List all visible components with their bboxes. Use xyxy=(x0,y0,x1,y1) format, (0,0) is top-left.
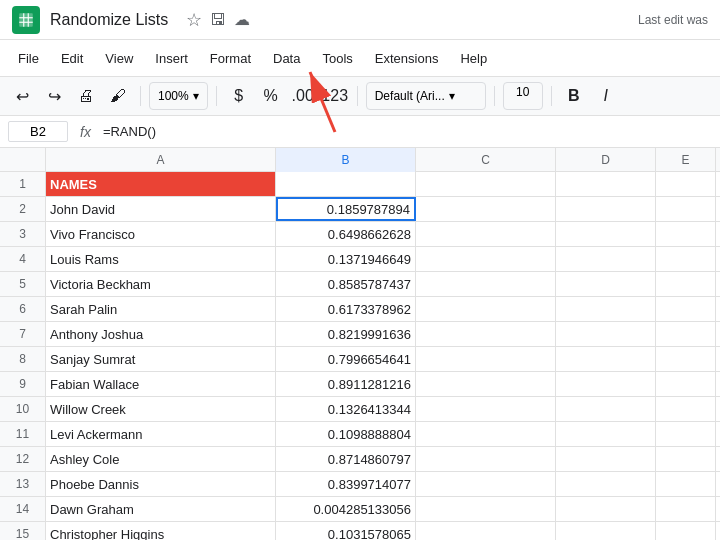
cell-d[interactable] xyxy=(556,322,656,346)
cell-e[interactable] xyxy=(656,272,716,296)
paint-format-button[interactable]: 🖌 xyxy=(104,82,132,110)
table-row[interactable]: 7Anthony Joshua0.8219991636 xyxy=(0,322,720,347)
table-row[interactable]: 3Vivo Francisco0.6498662628 xyxy=(0,222,720,247)
cell-a[interactable]: Louis Rams xyxy=(46,247,276,271)
print-button[interactable]: 🖨 xyxy=(72,82,100,110)
cell-c[interactable] xyxy=(416,322,556,346)
table-row[interactable]: 5Victoria Beckham0.8585787437 xyxy=(0,272,720,297)
cell-a[interactable]: Willow Creek xyxy=(46,397,276,421)
cell-d[interactable] xyxy=(556,272,656,296)
cell-e[interactable] xyxy=(656,222,716,246)
cell-d[interactable] xyxy=(556,172,656,196)
cell-e[interactable] xyxy=(656,347,716,371)
cell-a[interactable]: Victoria Beckham xyxy=(46,272,276,296)
menu-view[interactable]: View xyxy=(95,47,143,70)
cell-a[interactable]: Phoebe Dannis xyxy=(46,472,276,496)
cell-d[interactable] xyxy=(556,397,656,421)
cell-e[interactable] xyxy=(656,447,716,471)
cell-b[interactable]: 0.8219991636 xyxy=(276,322,416,346)
formula-input[interactable] xyxy=(103,124,712,139)
italic-button[interactable]: I xyxy=(592,82,620,110)
cell-a[interactable]: Levi Ackermann xyxy=(46,422,276,446)
table-row[interactable]: 12Ashley Cole0.8714860797 xyxy=(0,447,720,472)
font-size-input[interactable]: 10 xyxy=(503,82,543,110)
cell-d[interactable] xyxy=(556,422,656,446)
cell-b[interactable]: 0.8911281216 xyxy=(276,372,416,396)
cell-d[interactable] xyxy=(556,472,656,496)
menu-format[interactable]: Format xyxy=(200,47,261,70)
cell-a[interactable]: Sarah Palin xyxy=(46,297,276,321)
cell-c[interactable] xyxy=(416,522,556,540)
cell-b[interactable]: 0.1859787894 xyxy=(276,197,416,221)
cell-c[interactable] xyxy=(416,197,556,221)
table-row[interactable]: 2John David0.1859787894 xyxy=(0,197,720,222)
cell-reference[interactable]: B2 xyxy=(8,121,68,142)
cell-c[interactable] xyxy=(416,497,556,521)
cell-c[interactable] xyxy=(416,222,556,246)
cell-b[interactable]: 0.8714860797 xyxy=(276,447,416,471)
cell-c[interactable] xyxy=(416,247,556,271)
cell-a[interactable]: Vivo Francisco xyxy=(46,222,276,246)
cell-b[interactable]: 0.6173378962 xyxy=(276,297,416,321)
cell-a[interactable]: Christopher Higgins xyxy=(46,522,276,540)
cell-d[interactable] xyxy=(556,347,656,371)
table-row[interactable]: 11Levi Ackermann0.1098888804 xyxy=(0,422,720,447)
table-row[interactable]: 14Dawn Graham0.004285133056 xyxy=(0,497,720,522)
table-row[interactable]: 9Fabian Wallace0.8911281216 xyxy=(0,372,720,397)
cell-a[interactable]: Anthony Joshua xyxy=(46,322,276,346)
cell-e[interactable] xyxy=(656,397,716,421)
cell-e[interactable] xyxy=(656,472,716,496)
cell-b[interactable]: 0.1326413344 xyxy=(276,397,416,421)
cell-d[interactable] xyxy=(556,447,656,471)
cell-a[interactable]: Dawn Graham xyxy=(46,497,276,521)
star-icon[interactable]: ☆ xyxy=(186,9,202,31)
table-row[interactable]: 13Phoebe Dannis0.8399714077 xyxy=(0,472,720,497)
cell-e[interactable] xyxy=(656,247,716,271)
cell-a[interactable]: Sanjay Sumrat xyxy=(46,347,276,371)
menu-file[interactable]: File xyxy=(8,47,49,70)
cell-d[interactable] xyxy=(556,197,656,221)
cell-b[interactable]: 0.1031578065 xyxy=(276,522,416,540)
cell-e[interactable] xyxy=(656,422,716,446)
cloud-icon[interactable]: ☁ xyxy=(234,10,250,29)
cell-b[interactable] xyxy=(276,172,416,196)
cell-e[interactable] xyxy=(656,297,716,321)
cell-c[interactable] xyxy=(416,447,556,471)
percent-button[interactable]: % xyxy=(257,82,285,110)
cell-e[interactable] xyxy=(656,372,716,396)
cell-b[interactable]: 0.8399714077 xyxy=(276,472,416,496)
zoom-selector[interactable]: 100% ▾ xyxy=(149,82,208,110)
cell-c[interactable] xyxy=(416,397,556,421)
menu-edit[interactable]: Edit xyxy=(51,47,93,70)
cell-a[interactable]: Ashley Cole xyxy=(46,447,276,471)
cell-d[interactable] xyxy=(556,247,656,271)
bold-button[interactable]: B xyxy=(560,82,588,110)
cell-a[interactable]: Fabian Wallace xyxy=(46,372,276,396)
undo-button[interactable]: ↩ xyxy=(8,82,36,110)
cell-d[interactable] xyxy=(556,372,656,396)
cell-b[interactable]: 0.004285133056 xyxy=(276,497,416,521)
cell-d[interactable] xyxy=(556,497,656,521)
cell-b[interactable]: 0.1371946649 xyxy=(276,247,416,271)
table-row[interactable]: 1NAMES xyxy=(0,172,720,197)
table-row[interactable]: 10Willow Creek0.1326413344 xyxy=(0,397,720,422)
menu-tools[interactable]: Tools xyxy=(312,47,362,70)
number-format-button[interactable]: 123 xyxy=(321,82,349,110)
cell-d[interactable] xyxy=(556,297,656,321)
cell-b[interactable]: 0.1098888804 xyxy=(276,422,416,446)
table-row[interactable]: 8Sanjay Sumrat0.7996654641 xyxy=(0,347,720,372)
cell-d[interactable] xyxy=(556,522,656,540)
cell-b[interactable]: 0.6498662628 xyxy=(276,222,416,246)
decimal-button[interactable]: .00 xyxy=(289,82,317,110)
cell-e[interactable] xyxy=(656,322,716,346)
font-family-selector[interactable]: Default (Ari... ▾ xyxy=(366,82,486,110)
currency-button[interactable]: $ xyxy=(225,82,253,110)
menu-extensions[interactable]: Extensions xyxy=(365,47,449,70)
table-row[interactable]: 15Christopher Higgins0.1031578065 xyxy=(0,522,720,540)
cell-a[interactable]: John David xyxy=(46,197,276,221)
menu-data[interactable]: Data xyxy=(263,47,310,70)
cell-e[interactable] xyxy=(656,497,716,521)
redo-button[interactable]: ↪ xyxy=(40,82,68,110)
cell-c[interactable] xyxy=(416,472,556,496)
cell-b[interactable]: 0.7996654641 xyxy=(276,347,416,371)
